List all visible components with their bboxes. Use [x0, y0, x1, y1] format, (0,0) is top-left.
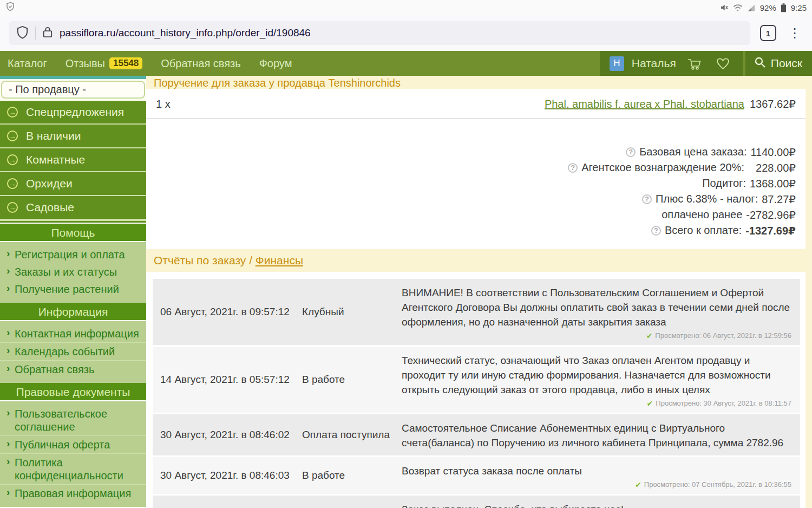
vibrate-mute-icon [720, 3, 729, 12]
help-icon[interactable]: ? [626, 147, 636, 157]
summary-label: оплачено ранее [662, 209, 742, 221]
sidebar-section-info: Информация [0, 303, 146, 321]
sidebar-link-feedback[interactable]: Обратная связь [0, 361, 146, 378]
report-date: 14 Август, 2021г. в 05:57:12 [160, 374, 302, 386]
sidebar-item-orchids[interactable]: → Орхидеи [0, 172, 146, 196]
sidebar-link-orders-statuses[interactable]: Заказы и их статусы [0, 263, 146, 281]
browser-menu-button[interactable]: ⋮ [786, 27, 803, 40]
summary-value: -2782.96₽ [746, 209, 796, 222]
report-date: 30 Август, 2021г. в 08:46:03 [160, 470, 302, 481]
arrow-circle-icon: → [7, 154, 18, 165]
summary-label: Базовая цена заказа: [639, 146, 746, 158]
viewed-line: ✔ Просмотрено: 07 Сентябрь, 2021г. в 10:… [402, 480, 791, 489]
battery-icon [781, 3, 787, 12]
user-account-block[interactable]: Н Наталья [600, 51, 743, 76]
summary-total-value: -1327.69₽ [745, 224, 796, 237]
seller-filter-select[interactable]: - По продавцу - [1, 81, 145, 99]
report-status: В работе [302, 470, 401, 481]
wishlist-heart-button[interactable] [713, 57, 733, 70]
sidebar-section-help: Помощь [0, 224, 146, 242]
report-status: Клубный [302, 306, 401, 318]
summary-label: Агентское вознаграждение 20%: [581, 161, 744, 174]
user-name[interactable]: Наталья [632, 57, 676, 70]
sidebar-link-public-offer[interactable]: Публичная оферта [0, 436, 146, 454]
summary-label: Подитог: [702, 177, 746, 190]
help-icon[interactable]: ? [568, 163, 578, 173]
status-bar: 92% 9:25 [0, 0, 812, 15]
browser-toolbar: passiflora.ru/account_history_info.php/o… [0, 15, 812, 51]
arrow-circle-icon: → [7, 131, 18, 141]
report-message: Возврат статуса заказа после оплаты [402, 464, 791, 478]
reviews-count-badge: 15548 [109, 57, 142, 69]
sidebar-item-specials[interactable]: → Спецпредложения [0, 101, 146, 125]
table-row: 30 Август, 2021г. в 08:46:02 Оплата пост… [153, 414, 800, 455]
arrow-circle-icon: → [7, 107, 18, 118]
tracking-shield-icon[interactable] [16, 25, 29, 41]
sidebar-link-legal-info[interactable]: Правовая информация [0, 485, 146, 502]
sidebar-item-garden[interactable]: → Садовые [0, 196, 146, 220]
sidebar: - По продавцу - → Спецпредложения → В на… [0, 76, 146, 508]
report-date: 06 Август, 2021г. в 09:57:12 [160, 306, 302, 318]
search-label: Поиск [771, 57, 802, 70]
order-reports-table: 06 Август, 2021г. в 09:57:12 Клубный ВНИ… [153, 279, 800, 508]
report-message: Заказ выполнен. Спасибо, что выбираете н… [402, 502, 791, 508]
search-icon [754, 56, 766, 71]
help-icon[interactable]: ? [651, 226, 661, 236]
clock-text: 9:25 [791, 3, 807, 12]
lock-icon[interactable] [42, 25, 53, 41]
product-price: 1367.62₽ [750, 97, 796, 110]
report-status: В работе [302, 374, 401, 386]
viewed-line: ✔ Просмотрено: 30 Август, 2021г. в 08:11… [402, 399, 791, 407]
tab-counter-button[interactable]: 1 [760, 25, 776, 41]
sidebar-section-legal: Правовые документы [0, 383, 146, 401]
report-message: ВНИМАНИЕ! В соответствии с Пользовательс… [402, 285, 791, 329]
cell-signal-icon [747, 4, 756, 12]
order-summary: ? Базовая цена заказа: 1140.00₽ ? Агентс… [146, 119, 806, 243]
battery-percent-text: 92% [760, 3, 776, 12]
order-line-item: 1 x Phal. amabilis f. aurea x Phal. stob… [146, 89, 806, 119]
url-text[interactable]: passiflora.ru/account_history_info.php/o… [60, 27, 311, 39]
sidebar-link-registration[interactable]: Регистрация и оплата [0, 246, 146, 263]
sidebar-link-receiving-plants[interactable]: Получение растений [0, 281, 146, 298]
sidebar-link-events-calendar[interactable]: Календарь событий [0, 343, 146, 361]
nav-item-feedback[interactable]: Обратная связь [161, 57, 240, 70]
check-icon: ✔ [635, 481, 641, 489]
main-content: Поручение для заказа у продавца Tenshino… [146, 76, 812, 508]
cart-button[interactable] [684, 57, 705, 70]
table-row: 20 Сентябрь, 2021г. в 13:04:18 Доставлен… [153, 496, 800, 508]
nav-item-catalog[interactable]: Каталог [8, 57, 47, 70]
reports-section-title: Отчёты по заказу / Финансы [146, 249, 806, 272]
summary-value: 228.00₽ [756, 161, 796, 174]
avatar[interactable]: Н [610, 56, 624, 71]
search-button[interactable]: Поиск [745, 51, 812, 76]
summary-label: Плюс 6.38% - налог: [656, 193, 758, 205]
table-row: 30 Август, 2021г. в 08:46:03 В работе Во… [153, 457, 800, 494]
arrow-circle-icon: → [7, 202, 18, 213]
report-message: Самостоятельное Списание Абонементных ед… [402, 421, 791, 450]
sidebar-link-privacy-policy[interactable]: Политика конфиденциальности [0, 454, 146, 485]
nav-item-reviews[interactable]: Отзывы 15548 [66, 57, 143, 70]
sidebar-link-user-agreement[interactable]: Пользовательское соглашение [0, 405, 146, 436]
help-icon[interactable]: ? [642, 194, 652, 204]
sidebar-item-houseplants[interactable]: → Комнатные [0, 148, 146, 172]
url-divider [35, 27, 36, 40]
sidebar-link-contact-info[interactable]: Контактная информация [0, 325, 146, 343]
shield-check-icon [5, 2, 15, 14]
table-row: 14 Август, 2021г. в 05:57:12 В работе Те… [153, 347, 800, 413]
summary-value: 1140.00₽ [750, 146, 796, 159]
check-icon: ✔ [647, 400, 653, 407]
order-title: Поручение для заказа у продавца Tenshino… [146, 76, 806, 89]
report-status: Оплата поступила [302, 429, 401, 441]
sidebar-item-in-stock[interactable]: → В наличии [0, 125, 146, 148]
summary-value: 1368.00₽ [750, 177, 796, 190]
nav-item-forum[interactable]: Форум [259, 57, 292, 70]
summary-label: Всего к оплате: [665, 224, 742, 237]
product-link[interactable]: Phal. amabilis f. aurea x Phal. stobarti… [545, 98, 744, 110]
order-quantity: 1 x [156, 98, 171, 110]
arrow-circle-icon: → [7, 178, 18, 189]
finances-link[interactable]: Финансы [256, 254, 303, 266]
report-message: Технический статус, означающий что Заказ… [402, 353, 791, 397]
wifi-icon [733, 4, 743, 12]
url-bar[interactable]: passiflora.ru/account_history_info.php/o… [9, 21, 750, 45]
table-row: 06 Август, 2021г. в 09:57:12 Клубный ВНИ… [153, 279, 800, 345]
